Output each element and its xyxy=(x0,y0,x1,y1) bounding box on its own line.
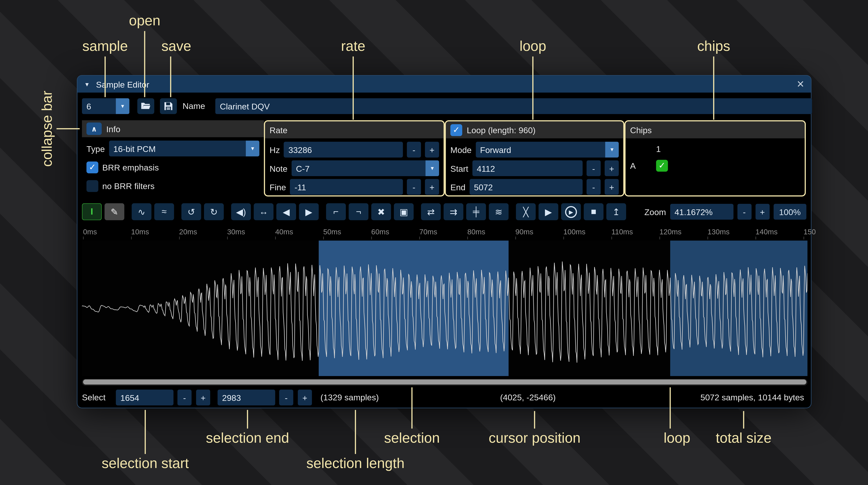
filter-button[interactable]: ≋ xyxy=(489,203,509,220)
brr-emphasis-checkbox[interactable] xyxy=(87,161,98,173)
no-brr-filters-checkbox[interactable] xyxy=(87,180,98,192)
redo-button[interactable]: ↻ xyxy=(204,203,224,220)
rate-header-label: Rate xyxy=(270,125,287,135)
loop-end-plus-button[interactable]: + xyxy=(604,179,619,195)
annotation-collapse-bar: collapse bar xyxy=(39,91,55,167)
timeline-label: 0ms xyxy=(83,228,97,236)
edit-mode-button[interactable]: I xyxy=(82,203,102,220)
loop-end-minus-button[interactable]: - xyxy=(587,179,601,195)
zoom-reset-button[interactable]: 100% xyxy=(773,204,806,220)
collapse-bar-icon[interactable] xyxy=(87,123,102,135)
zoom-in-button[interactable]: + xyxy=(755,204,769,220)
timeline-tick xyxy=(371,236,372,239)
timeline-label: 130ms xyxy=(707,228,730,236)
silence-button[interactable]: ✖ xyxy=(371,203,391,220)
close-icon[interactable] xyxy=(797,78,804,90)
brr-emphasis-label: BRR emphasis xyxy=(102,162,159,172)
timeline-label: 50ms xyxy=(323,228,341,236)
hz-plus-button[interactable]: + xyxy=(425,142,439,158)
selection-end-plus-button[interactable]: + xyxy=(298,390,312,406)
loop-checkbox[interactable] xyxy=(450,124,462,136)
selection-start-minus-button[interactable]: - xyxy=(178,390,191,406)
type-dropdown[interactable]: 16-bit PCM xyxy=(109,141,259,157)
no-brr-filters-label: no BRR filters xyxy=(102,181,155,190)
zoom-input[interactable] xyxy=(670,204,733,220)
file-row: 6 Name xyxy=(82,98,806,115)
reverse-button[interactable]: ◀ xyxy=(276,203,296,220)
crossfade-button[interactable]: ╳ xyxy=(516,203,536,220)
zoom-out-button[interactable]: - xyxy=(737,204,751,220)
rate-header: Rate xyxy=(265,122,444,138)
chips-header-label: Chips xyxy=(630,125,652,135)
loop-start-minus-button[interactable]: - xyxy=(587,160,601,176)
chip-a-checkbox[interactable] xyxy=(656,160,668,171)
stop-button[interactable]: ■ xyxy=(584,203,603,220)
amplify-button[interactable]: ◀) xyxy=(231,203,251,220)
draw-tool-button[interactable]: ✎ xyxy=(104,203,124,220)
chips-header: Chips xyxy=(625,122,805,138)
type-label: Type xyxy=(87,143,105,153)
loop-start-input[interactable] xyxy=(472,160,583,176)
preview-button[interactable]: ▶ xyxy=(538,203,558,220)
annotation-line-selection-end xyxy=(247,410,248,428)
timeline-label: 120ms xyxy=(659,228,682,236)
open-button[interactable] xyxy=(137,98,154,114)
timeline-label: 30ms xyxy=(227,228,245,236)
hz-minus-button[interactable]: - xyxy=(407,142,421,158)
loop-mode-dropdown[interactable]: Forward xyxy=(475,142,619,158)
annotation-line-cursor-position xyxy=(534,411,535,429)
name-input[interactable] xyxy=(215,98,812,114)
invert-button[interactable]: ▶ xyxy=(299,203,319,220)
timeline-tick xyxy=(516,236,516,239)
note-dropdown[interactable]: C-7 xyxy=(291,160,439,176)
selection-end-input[interactable] xyxy=(218,390,275,406)
loop-end-input[interactable] xyxy=(469,179,583,195)
selection-end-minus-button[interactable]: - xyxy=(279,390,293,406)
timeline-ruler: 0ms10ms20ms30ms40ms50ms60ms70ms80ms90ms1… xyxy=(82,224,808,239)
sample-toolbar: I✎∿≈↺↻◀)↔◀▶⌐¬✖▣⇄⇉╪≋╳▶▶■↥ Zoom - + 100% xyxy=(82,203,806,221)
selection-length-text: (1329 samples) xyxy=(320,389,379,406)
timeline-tick xyxy=(804,236,804,239)
annotation-line-collapse-bar xyxy=(57,128,80,129)
timeline-tick xyxy=(83,236,84,239)
note-label: Note xyxy=(270,163,287,173)
window-collapse-icon[interactable] xyxy=(84,81,90,87)
selection-start-input[interactable] xyxy=(116,390,174,406)
fine-input[interactable] xyxy=(290,179,403,195)
annotation-cursor-position: cursor position xyxy=(489,430,581,446)
undo-button[interactable]: ↺ xyxy=(181,203,201,220)
normalize-button[interactable]: ↔ xyxy=(254,203,274,220)
timeline-tick xyxy=(612,236,612,239)
fade-out-button[interactable]: ¬ xyxy=(349,203,368,220)
hz-label: Hz xyxy=(270,145,280,154)
waveform-display[interactable] xyxy=(82,240,808,376)
horizontal-scrollbar[interactable] xyxy=(82,379,808,386)
timeline-label: 40ms xyxy=(275,228,293,236)
titlebar[interactable]: Sample Editor xyxy=(78,76,811,93)
play-cursor-button[interactable]: ▶ xyxy=(561,203,581,220)
annotation-sample: sample xyxy=(82,38,128,54)
hz-input[interactable] xyxy=(284,142,403,158)
upload-button[interactable]: ↥ xyxy=(607,203,626,220)
annotation-line-total-size xyxy=(743,411,744,429)
insert-button[interactable]: ⇄ xyxy=(421,203,441,220)
save-button[interactable] xyxy=(160,98,177,114)
chevron-down-icon xyxy=(605,142,619,158)
waveform-plot xyxy=(82,240,808,376)
adjust-button[interactable]: ╪ xyxy=(466,203,486,220)
create-wavetable-button[interactable]: ≈ xyxy=(154,203,174,220)
selection-start-plus-button[interactable]: + xyxy=(196,390,210,406)
scrollbar-thumb[interactable] xyxy=(83,379,806,384)
sample-number-dropdown[interactable]: 6 xyxy=(82,98,129,114)
loop-start-plus-button[interactable]: + xyxy=(604,160,619,176)
toolbar-buttons: I✎∿≈↺↻◀)↔◀▶⌐¬✖▣⇄⇉╪≋╳▶▶■↥ xyxy=(82,203,626,220)
fine-minus-button[interactable]: - xyxy=(407,179,421,195)
fine-plus-button[interactable]: + xyxy=(425,179,439,195)
annotation-save: save xyxy=(161,38,191,54)
apply-button[interactable]: ⇉ xyxy=(443,203,463,220)
trim-button[interactable]: ▣ xyxy=(394,203,414,220)
info-header: Info xyxy=(82,120,264,137)
resample-button[interactable]: ∿ xyxy=(132,203,151,220)
fade-in-button[interactable]: ⌐ xyxy=(326,203,346,220)
loop-section: Loop (length: 960) Mode Forward Start - … xyxy=(445,120,624,196)
